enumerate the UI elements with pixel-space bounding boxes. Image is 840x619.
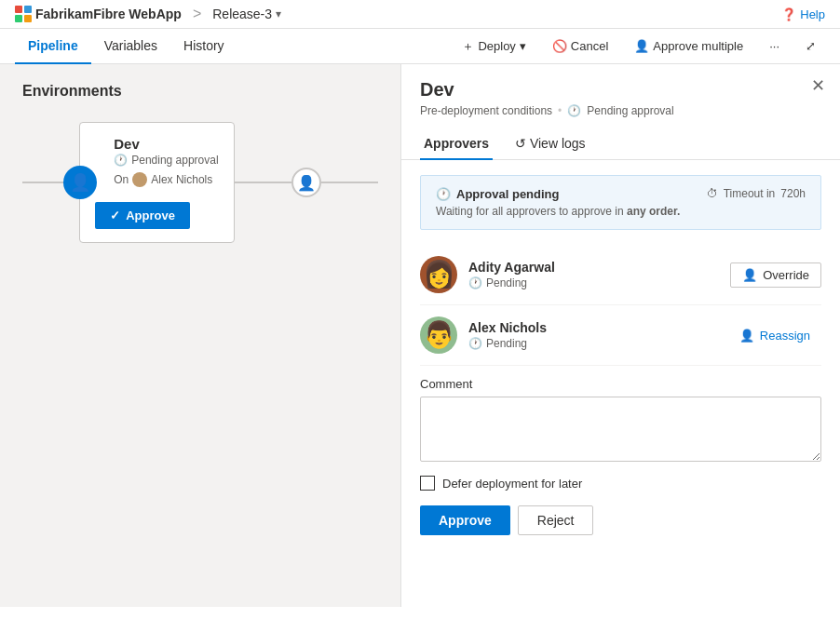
cancel-icon: 🚫 xyxy=(552,39,567,53)
person-icon: 👤 xyxy=(634,39,649,53)
cancel-label: Cancel xyxy=(571,39,608,53)
defer-checkbox[interactable] xyxy=(420,476,435,491)
status-clock-icon-2: 🕐 xyxy=(468,337,482,350)
plus-icon: ＋ xyxy=(462,38,474,55)
logo-sq-1 xyxy=(15,6,22,13)
timeout-icon: ⏱ xyxy=(707,187,718,200)
stage-name: Dev xyxy=(114,136,218,152)
deploy-button[interactable]: ＋ Deploy ▾ xyxy=(453,34,535,60)
assignee-name: Alex Nichols xyxy=(151,173,212,186)
view-logs-label: View logs xyxy=(530,136,586,151)
more-options-button[interactable]: ··· xyxy=(760,34,789,58)
comment-textarea[interactable] xyxy=(420,397,821,462)
topbar: FabrikamFibre WebApp > Release-3 ▾ ❓ Hel… xyxy=(0,0,840,29)
clock-icon: 🕐 xyxy=(114,154,128,167)
reassign-label: Reassign xyxy=(760,329,810,343)
approve-button[interactable]: Approve xyxy=(420,505,510,535)
expand-icon: ⤢ xyxy=(806,39,816,53)
logo-icon xyxy=(15,6,32,22)
logo-sq-3 xyxy=(15,15,22,22)
approval-banner: 🕐 Approval pending Waiting for all appro… xyxy=(420,175,821,230)
override-button[interactable]: 👤 Override xyxy=(730,262,821,288)
help-button[interactable]: ❓ Help xyxy=(781,7,825,21)
pipeline-line-right xyxy=(235,182,291,183)
stage-content: Dev 🕐 Pending approval On Alex Nichols xyxy=(114,136,218,187)
tab-history[interactable]: History xyxy=(170,29,237,64)
tab-view-logs[interactable]: ↺ View logs xyxy=(511,128,589,160)
tab-variables[interactable]: Variables xyxy=(91,29,170,64)
override-label: Override xyxy=(763,268,809,282)
banner-left: 🕐 Approval pending Waiting for all appro… xyxy=(436,187,696,218)
stage-icon-dev: 👤 xyxy=(63,166,97,199)
defer-checkbox-label: Defer deployment for later xyxy=(442,477,582,491)
stage-card-dev: 👤 Dev 🕐 Pending approval On Alex Nichols xyxy=(79,122,234,243)
chevron-down-icon: ▾ xyxy=(520,39,526,53)
female-avatar-icon xyxy=(423,256,455,293)
app-name: FabrikamFibre WebApp xyxy=(35,7,182,21)
approve-btn-label: Approve xyxy=(126,209,175,222)
panel-subtitle: Pre-deployment conditions • 🕐 Pending ap… xyxy=(420,104,821,117)
stage-on: On Alex Nichols xyxy=(114,172,218,187)
defer-checkbox-row[interactable]: Defer deployment for later xyxy=(420,476,821,491)
more-icon: ··· xyxy=(769,39,779,53)
stage-icon-right: 👤 xyxy=(291,168,321,197)
status-text-1: Pending xyxy=(486,276,527,289)
approve-multiple-label: Approve multiple xyxy=(653,39,743,53)
help-label: Help xyxy=(800,7,825,21)
override-icon: 👤 xyxy=(742,268,757,282)
nav-tabs: Pipeline Variables History ＋ Deploy ▾ 🚫 … xyxy=(0,29,840,64)
banner-desc-text: Waiting for all approvers to approve in xyxy=(436,205,627,218)
nav-actions: ＋ Deploy ▾ 🚫 Cancel 👤 Approve multiple ·… xyxy=(453,34,825,60)
pipeline-line-end xyxy=(321,182,378,183)
stage-status-text: Pending approval xyxy=(131,154,218,167)
deploy-label: Deploy xyxy=(478,39,515,53)
checkmark-icon: ✓ xyxy=(110,209,120,222)
panel-title: Dev xyxy=(420,79,821,101)
panel-footer: Approve Reject xyxy=(420,505,821,535)
panel-content: 🕐 Approval pending Waiting for all appro… xyxy=(401,160,840,591)
male-avatar-icon xyxy=(423,316,455,354)
person-outline-icon: 👤 xyxy=(297,174,316,192)
release-selector[interactable]: Release-3 ▾ xyxy=(212,7,281,21)
refresh-icon: ↺ xyxy=(515,136,526,151)
reject-button[interactable]: Reject xyxy=(518,505,594,535)
on-label: On xyxy=(114,173,129,186)
approver-info-1: Adity Agarwal 🕐 Pending xyxy=(468,260,719,289)
right-panel: ✕ Dev Pre-deployment conditions • 🕐 Pend… xyxy=(400,64,840,607)
timeout-value: 720h xyxy=(780,187,806,200)
panel-header: Dev Pre-deployment conditions • 🕐 Pendin… xyxy=(401,64,840,117)
reassign-icon: 👤 xyxy=(739,329,754,343)
pipeline-diagram: 👤 Dev 🕐 Pending approval On Alex Nichols xyxy=(22,122,378,243)
tab-pipeline[interactable]: Pipeline xyxy=(15,29,91,64)
stage-approve-button[interactable]: ✓ Approve xyxy=(95,202,190,229)
approver-avatar-2 xyxy=(420,316,457,354)
tab-approvers[interactable]: Approvers xyxy=(420,128,493,160)
logo: FabrikamFibre WebApp xyxy=(15,6,182,22)
cancel-button[interactable]: 🚫 Cancel xyxy=(543,34,617,58)
close-button[interactable]: ✕ xyxy=(811,75,825,96)
panel-tabs: Approvers ↺ View logs xyxy=(401,128,840,160)
chevron-down-icon: ▾ xyxy=(276,7,281,20)
pending-status-text: Pending approval xyxy=(587,104,673,117)
help-icon: ❓ xyxy=(781,7,796,21)
banner-timeout: ⏱ Timeout in 720h xyxy=(707,187,806,200)
banner-title-text: Approval pending xyxy=(456,187,560,201)
assignee-avatar-xs xyxy=(132,172,147,187)
logo-sq-2 xyxy=(24,6,32,13)
banner-bold-text: any order. xyxy=(627,205,680,218)
approve-multiple-button[interactable]: 👤 Approve multiple xyxy=(625,34,752,58)
main-content: Environments 👤 Dev 🕐 Pending approval On xyxy=(0,64,840,607)
approver-name-2: Alex Nichols xyxy=(468,320,717,335)
left-panel: Environments 👤 Dev 🕐 Pending approval On xyxy=(0,64,400,607)
approver-item-2: Alex Nichols 🕐 Pending 👤 Reassign xyxy=(420,305,821,366)
banner-title: 🕐 Approval pending xyxy=(436,187,696,201)
approver-item-1: Adity Agarwal 🕐 Pending 👤 Override xyxy=(420,245,821,305)
conditions-text: Pre-deployment conditions xyxy=(420,104,552,117)
reassign-button[interactable]: 👤 Reassign xyxy=(728,324,821,347)
logo-sq-4 xyxy=(24,15,32,22)
expand-button[interactable]: ⤢ xyxy=(796,34,825,58)
approver-status-1: 🕐 Pending xyxy=(468,276,719,289)
timeout-label: Timeout in xyxy=(724,187,776,200)
approver-status-2: 🕐 Pending xyxy=(468,337,717,350)
approver-info-2: Alex Nichols 🕐 Pending xyxy=(468,320,717,350)
